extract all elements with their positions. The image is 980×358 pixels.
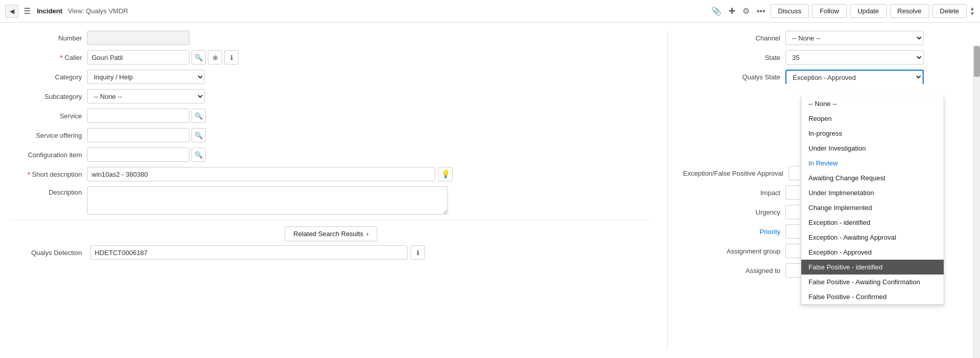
breadcrumb-incident: Incident <box>37 7 62 15</box>
assignment-group-label: Assignment group <box>683 247 785 255</box>
up-down-nav: ▲ ▼ <box>970 6 975 16</box>
down-button[interactable]: ▼ <box>970 11 975 16</box>
caller-label: Caller <box>10 54 87 61</box>
priority-label[interactable]: Priority <box>683 228 785 236</box>
number-row: Number <box>10 31 652 45</box>
short-desc-label: Short description <box>10 171 87 178</box>
number-label: Number <box>10 34 87 42</box>
category-select[interactable]: Inquiry / Help -- None -- <box>87 70 205 84</box>
service-offering-input-group: 🔍 <box>87 128 206 142</box>
short-desc-input[interactable] <box>87 167 435 181</box>
dropdown-item-0[interactable]: -- None -- <box>801 96 944 111</box>
delete-button[interactable]: Delete <box>932 4 967 18</box>
service-offering-search-button[interactable]: 🔍 <box>191 128 206 142</box>
service-offering-row: Service offering 🔍 <box>10 128 652 142</box>
service-input[interactable] <box>87 109 189 123</box>
qualys-detection-row: Qualys Detection ℹ <box>10 245 652 260</box>
dropdown-item-6[interactable]: Under Implmenetation <box>801 185 944 200</box>
subcategory-select[interactable]: -- None -- <box>87 89 205 103</box>
config-item-input-group: 🔍 <box>87 148 206 162</box>
caller-input-group: 🔍 ⊕ ℹ <box>87 50 239 65</box>
qualys-detection-label: Qualys Detection <box>10 249 87 257</box>
channel-select[interactable]: -- None -- <box>785 31 924 45</box>
top-bar: ◀ ☰ Incident View: Qualys VMDR 📎 ✚ ⚙ •••… <box>0 0 980 23</box>
follow-button[interactable]: Follow <box>812 4 847 18</box>
service-search-button[interactable]: 🔍 <box>191 109 206 123</box>
state-select[interactable]: 35 <box>785 50 924 65</box>
service-row: Service 🔍 <box>10 109 652 123</box>
channel-label: Channel <box>683 34 785 42</box>
dropdown-item-11[interactable]: False Positive - identified <box>801 260 944 275</box>
more-icon[interactable]: ••• <box>755 6 768 17</box>
service-offering-label: Service offering <box>10 132 87 139</box>
caller-info-button[interactable]: ℹ <box>224 50 239 65</box>
config-item-input[interactable] <box>87 148 189 162</box>
back-button[interactable]: ◀ <box>5 5 18 18</box>
breadcrumb: Incident View: Qualys VMDR <box>37 7 128 15</box>
caller-input[interactable] <box>87 50 189 65</box>
main-content: Number Caller 🔍 ⊕ ℹ Category Inquiry / H… <box>0 23 980 358</box>
left-form: Number Caller 🔍 ⊕ ℹ Category Inquiry / H… <box>10 31 652 350</box>
subcategory-label: Subcategory <box>10 93 87 100</box>
qualys-detection-info-button[interactable]: ℹ <box>411 245 425 260</box>
caller-ref-button[interactable]: ⊕ <box>208 50 222 65</box>
related-results-chevron-icon: › <box>367 230 369 238</box>
config-item-label: Configuration item <box>10 151 87 159</box>
description-textarea[interactable] <box>87 186 448 215</box>
discuss-button[interactable]: Discuss <box>771 4 809 18</box>
breadcrumb-view: View: Qualys VMDR <box>68 7 129 15</box>
dropdown-item-5[interactable]: Awaiting Change Request <box>801 171 944 185</box>
dropdown-item-10[interactable]: Exception - Approved <box>801 245 944 260</box>
service-input-group: 🔍 <box>87 109 206 123</box>
exception-label: Exception/False Positive Approval <box>683 170 789 177</box>
scrollbar-thumb[interactable] <box>974 46 980 77</box>
category-label: Category <box>10 73 87 81</box>
urgency-label: Urgency <box>683 208 785 216</box>
description-row: Description <box>10 186 652 215</box>
caller-search-button[interactable]: 🔍 <box>191 50 206 65</box>
short-desc-row: Short description 💡 <box>10 167 652 181</box>
short-desc-bulb-button[interactable]: 💡 <box>438 167 453 181</box>
description-label: Description <box>10 186 87 196</box>
update-button[interactable]: Update <box>850 4 887 18</box>
related-results-label: Related Search Results <box>293 230 364 238</box>
hamburger-button[interactable]: ☰ <box>20 5 34 18</box>
channel-row: Channel -- None -- <box>683 31 970 45</box>
dropdown-item-12[interactable]: False Positive - Awaiting Confirmation <box>801 275 944 289</box>
related-results-button[interactable]: Related Search Results › <box>285 226 377 241</box>
qualys-state-select[interactable]: Exception - Approved <box>785 70 924 84</box>
config-item-search-button[interactable]: 🔍 <box>191 148 206 162</box>
form-divider <box>667 31 668 350</box>
impact-label: Impact <box>683 189 785 197</box>
nav-buttons: ◀ ☰ <box>5 5 34 18</box>
top-bar-actions: 📎 ✚ ⚙ ••• Discuss Follow Update Resolve … <box>709 4 975 18</box>
up-button[interactable]: ▲ <box>970 6 975 11</box>
resolve-button[interactable]: Resolve <box>890 4 929 18</box>
state-row: State 35 <box>683 50 970 65</box>
dropdown-item-3[interactable]: Under Investigation <box>801 141 944 156</box>
state-label: State <box>683 54 785 61</box>
attach-icon[interactable]: 📎 <box>709 5 723 17</box>
number-input[interactable] <box>87 31 189 45</box>
right-form: Channel -- None -- State 35 Qualys State… <box>683 31 970 350</box>
subcategory-row: Subcategory -- None -- <box>10 89 652 103</box>
qualys-detection-input[interactable] <box>90 245 408 260</box>
dropdown-item-13[interactable]: False Positive - Confirmed <box>801 289 944 304</box>
dropdown-item-7[interactable]: Change Implemented <box>801 200 944 215</box>
dropdown-item-1[interactable]: Reopen <box>801 111 944 126</box>
related-results-bar: Related Search Results › <box>10 220 652 241</box>
dropdown-item-2[interactable]: In-progress <box>801 126 944 141</box>
dropdown-item-8[interactable]: Exception - identified <box>801 215 944 230</box>
service-label: Service <box>10 112 87 120</box>
add-icon[interactable]: ✚ <box>727 5 737 17</box>
qualys-state-dropdown[interactable]: -- None --ReopenIn-progressUnder Investi… <box>801 96 944 305</box>
qualys-state-row: Qualys State Exception - Approved <box>683 70 970 84</box>
category-row: Category Inquiry / Help -- None -- <box>10 70 652 84</box>
scrollbar-track <box>973 45 980 358</box>
dropdown-item-9[interactable]: Exception - Awaiting Approval <box>801 230 944 245</box>
assigned-to-label: Assigned to <box>683 267 785 275</box>
service-offering-input[interactable] <box>87 128 189 142</box>
dropdown-item-4[interactable]: In Review <box>801 156 944 171</box>
filter-icon[interactable]: ⚙ <box>740 5 752 17</box>
config-item-row: Configuration item 🔍 <box>10 148 652 162</box>
